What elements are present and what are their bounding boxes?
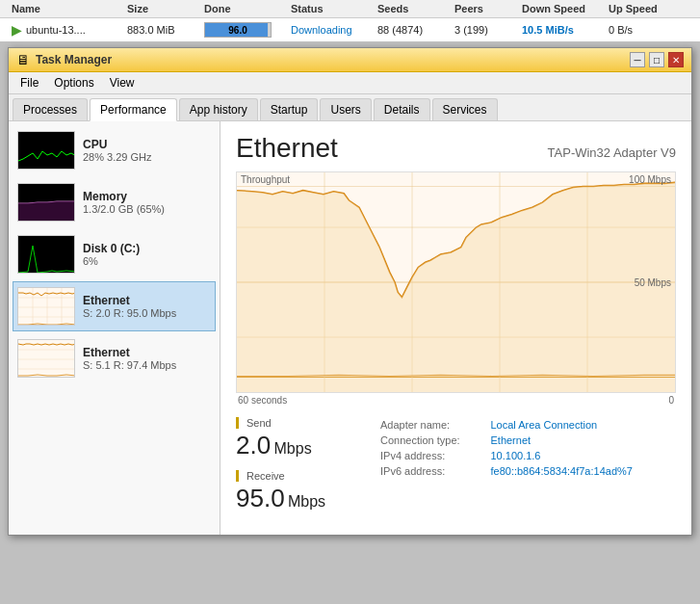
tm-title: Task Manager bbox=[36, 53, 112, 66]
ipv6-value: fe80::b864:5834:4f7a:14ad%7 bbox=[486, 463, 676, 479]
col-header-size[interactable]: Size bbox=[123, 2, 200, 15]
progress-text: 96.0 bbox=[205, 23, 271, 37]
send-stat: Send 2.0 Mbps bbox=[236, 417, 361, 460]
receive-value: 95.0 Mbps bbox=[236, 484, 361, 513]
col-header-up-speed[interactable]: Up Speed bbox=[605, 2, 672, 15]
graph-50mbps-label: 50 Mbps bbox=[635, 277, 671, 288]
send-value: 2.0 Mbps bbox=[236, 431, 361, 460]
torrent-name: ▶ ubuntu-13.... bbox=[8, 21, 123, 39]
minimize-button[interactable]: ─ bbox=[630, 52, 645, 67]
menu-options[interactable]: Options bbox=[46, 74, 101, 92]
ipv4-value: 10.100.1.6 bbox=[486, 448, 676, 463]
adapter-name-display: TAP-Win32 Adapter V9 bbox=[548, 145, 676, 160]
adapter-name-label: Adapter name: bbox=[376, 417, 486, 433]
svg-rect-11 bbox=[18, 340, 75, 378]
receive-mbps-unit: Mbps bbox=[288, 493, 325, 510]
torrent-up-speed: 0 B/s bbox=[605, 23, 672, 37]
menu-file[interactable]: File bbox=[13, 74, 46, 92]
col-header-done[interactable]: Done bbox=[200, 2, 287, 15]
svg-rect-0 bbox=[18, 132, 75, 170]
tab-details[interactable]: Details bbox=[374, 98, 430, 120]
torrent-peers: 3 (199) bbox=[451, 23, 518, 37]
connection-type-label: Connection type: bbox=[376, 433, 486, 448]
receive-mbps-value: 95.0 bbox=[236, 484, 285, 512]
tab-services[interactable]: Services bbox=[432, 98, 498, 120]
tab-processes[interactable]: Processes bbox=[13, 98, 88, 120]
col-header-down-speed[interactable]: Down Speed bbox=[518, 2, 605, 15]
disk-label: Disk 0 (C:) bbox=[83, 242, 211, 255]
monitor-item-disk[interactable]: Disk 0 (C:) 6% bbox=[13, 229, 216, 279]
receive-label: Receive bbox=[236, 470, 361, 482]
torrent-status: Downloading bbox=[287, 23, 374, 37]
col-header-status[interactable]: Status bbox=[287, 2, 374, 15]
ethernet1-thumbnail bbox=[17, 287, 75, 326]
disk-thumbnail bbox=[17, 235, 75, 274]
svg-marker-2 bbox=[18, 201, 75, 222]
stats-section: Send 2.0 Mbps Receive 95.0 Mbps bbox=[236, 417, 676, 523]
task-manager-window: 🖥 Task Manager ─ □ ✕ File Options View P… bbox=[8, 47, 692, 536]
tab-app-history[interactable]: App history bbox=[179, 98, 258, 120]
cpu-info: CPU 28% 3.29 GHz bbox=[83, 138, 211, 163]
left-panel: CPU 28% 3.29 GHz Memory 1.3/2.0 GB (65%) bbox=[9, 121, 220, 535]
stats-send-receive: Send 2.0 Mbps Receive 95.0 Mbps bbox=[236, 417, 361, 523]
close-button[interactable]: ✕ bbox=[668, 52, 684, 67]
monitor-item-ethernet1[interactable]: Ethernet S: 2.0 R: 95.0 Mbps bbox=[13, 281, 216, 331]
col-header-name[interactable]: Name bbox=[8, 2, 123, 15]
graph-100mbps-label: 100 Mbps bbox=[629, 174, 671, 185]
receive-stat: Receive 95.0 Mbps bbox=[236, 470, 361, 513]
cpu-thumbnail bbox=[17, 131, 75, 170]
ipv6-label: IPv6 address: bbox=[376, 463, 486, 479]
tab-users[interactable]: Users bbox=[320, 98, 371, 120]
window-controls: ─ □ ✕ bbox=[630, 52, 684, 67]
torrent-size: 883.0 MiB bbox=[123, 23, 200, 37]
menu-view[interactable]: View bbox=[102, 74, 143, 92]
progress-bar: 96.0 bbox=[204, 22, 272, 38]
ethernet2-detail: S: 5.1 R: 97.4 Mbps bbox=[83, 359, 211, 371]
tab-performance[interactable]: Performance bbox=[90, 98, 177, 121]
ethernet2-label: Ethernet bbox=[83, 346, 211, 359]
connection-info: Adapter name: Local Area Connection Conn… bbox=[376, 417, 676, 523]
torrent-row[interactable]: ▶ ubuntu-13.... 883.0 MiB 96.0 Downloadi… bbox=[0, 18, 700, 41]
maximize-button[interactable]: □ bbox=[649, 52, 664, 67]
info-row-ipv4: IPv4 address: 10.100.1.6 bbox=[376, 448, 676, 463]
timeline-left: 60 seconds bbox=[238, 395, 287, 406]
ethernet-title: Ethernet bbox=[236, 133, 338, 164]
torrent-done: 96.0 bbox=[200, 21, 287, 39]
ethernet-graph: Throughput 100 Mbps 50 Mbps bbox=[236, 171, 676, 393]
send-mbps-value: 2.0 bbox=[236, 431, 271, 460]
cpu-detail: 28% 3.29 GHz bbox=[83, 151, 211, 163]
cpu-label: CPU bbox=[83, 138, 211, 151]
graph-throughput-label: Throughput bbox=[241, 174, 290, 185]
col-header-seeds[interactable]: Seeds bbox=[374, 2, 451, 15]
torrent-column-headers: Name Size Done Status Seeds Peers Down S… bbox=[0, 0, 700, 18]
ethernet1-info: Ethernet S: 2.0 R: 95.0 Mbps bbox=[83, 294, 211, 319]
monitor-item-ethernet2[interactable]: Ethernet S: 5.1 R: 97.4 Mbps bbox=[13, 333, 216, 383]
torrent-down-speed: 10.5 MiB/s bbox=[518, 23, 605, 37]
tm-content: CPU 28% 3.29 GHz Memory 1.3/2.0 GB (65%) bbox=[9, 121, 691, 535]
send-mbps-unit: Mbps bbox=[274, 440, 312, 457]
ethernet1-label: Ethernet bbox=[83, 294, 211, 307]
svg-rect-3 bbox=[18, 236, 75, 274]
info-row-ipv6: IPv6 address: fe80::b864:5834:4f7a:14ad%… bbox=[376, 463, 676, 479]
connection-type-value: Ethernet bbox=[486, 433, 676, 448]
titlebar: 🖥 Task Manager ─ □ ✕ bbox=[9, 48, 691, 72]
menubar: File Options View bbox=[9, 72, 691, 94]
tm-icon: 🖥 bbox=[16, 52, 30, 67]
tabs-container: Processes Performance App history Startu… bbox=[9, 94, 691, 121]
ethernet2-info: Ethernet S: 5.1 R: 97.4 Mbps bbox=[83, 346, 211, 371]
monitor-item-memory[interactable]: Memory 1.3/2.0 GB (65%) bbox=[13, 177, 216, 227]
ipv4-label: IPv4 address: bbox=[376, 448, 486, 463]
col-header-peers[interactable]: Peers bbox=[451, 2, 518, 15]
send-label: Send bbox=[236, 417, 361, 429]
torrent-status-icon: ▶ bbox=[12, 22, 22, 38]
torrent-seeds: 88 (4874) bbox=[374, 23, 451, 37]
graph-timeline: 60 seconds 0 bbox=[236, 395, 676, 406]
disk-detail: 6% bbox=[83, 255, 211, 267]
timeline-right: 0 bbox=[668, 395, 674, 406]
monitor-item-cpu[interactable]: CPU 28% 3.29 GHz bbox=[13, 125, 216, 175]
ethernet2-thumbnail bbox=[17, 339, 75, 378]
ethernet1-detail: S: 2.0 R: 95.0 Mbps bbox=[83, 307, 211, 319]
tab-startup[interactable]: Startup bbox=[260, 98, 319, 120]
right-panel: Ethernet TAP-Win32 Adapter V9 Throughput… bbox=[220, 121, 691, 535]
adapter-name-value: Local Area Connection bbox=[486, 417, 676, 433]
